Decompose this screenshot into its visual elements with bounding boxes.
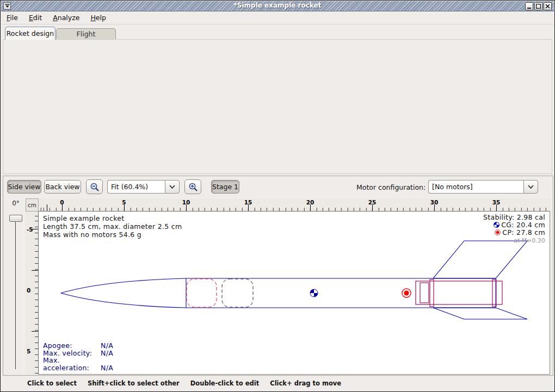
hint-double-click: Double-click to edit bbox=[190, 379, 259, 387]
close-icon bbox=[545, 4, 550, 9]
maximize-button[interactable] bbox=[534, 2, 542, 10]
ruler-unit-box: cm bbox=[26, 198, 39, 211]
rocket-info-block: Simple example rocket Length 37.5 cm, ma… bbox=[43, 214, 182, 239]
minimize-button[interactable] bbox=[525, 2, 533, 10]
rocket-dimensions: Length 37.5 cm, max. diameter 2.5 cm bbox=[43, 222, 182, 231]
max-velocity-row: Max. velocity:N/A bbox=[43, 350, 113, 357]
close-button[interactable] bbox=[544, 2, 552, 10]
parachute-outline bbox=[187, 279, 217, 307]
status-bar: Click to select Shift+click to select ot… bbox=[1, 376, 554, 391]
zoom-out-button[interactable] bbox=[86, 179, 103, 194]
hint-shift-click: Shift+click to select other bbox=[88, 379, 180, 387]
minimize-icon bbox=[527, 4, 532, 9]
back-view-button[interactable]: Back view bbox=[44, 180, 81, 194]
tab-flight-simulations[interactable]: Flight simulations bbox=[56, 28, 116, 40]
ruler-tick-label: 0 bbox=[27, 287, 30, 294]
max-acceleration-row: Max. acceleration:N/A bbox=[43, 357, 113, 371]
menu-bar: File Edit Analyze Help bbox=[1, 11, 554, 24]
bottom-fin bbox=[433, 308, 527, 319]
zoom-select[interactable]: Fit (60.4%) bbox=[107, 180, 180, 194]
ruler-tick-label: 0 bbox=[60, 199, 64, 206]
flight-data-block: Apogee:N/A Max. velocity:N/A Max. accele… bbox=[43, 342, 113, 371]
motor-configuration-arrow[interactable] bbox=[523, 180, 538, 194]
zoom-select-arrow[interactable] bbox=[165, 180, 180, 194]
zoom-select-value: Fit (60.4%) bbox=[107, 180, 165, 194]
menu-analyze[interactable]: Analyze bbox=[53, 14, 79, 22]
slider-handle[interactable] bbox=[9, 215, 22, 222]
stage-1-button[interactable]: Stage 1 bbox=[211, 180, 239, 194]
horizontal-ruler: 0 5 10 15 20 25 30 35 bbox=[39, 198, 550, 211]
centering-ring-outline bbox=[430, 279, 434, 307]
hint-click-select: Click to select bbox=[27, 379, 77, 387]
menu-edit[interactable]: Edit bbox=[29, 14, 42, 22]
menu-file[interactable]: File bbox=[7, 14, 18, 22]
ruler-tick-label: 35 bbox=[492, 199, 501, 206]
ruler-tick-label: 5 bbox=[27, 348, 30, 354]
magnifier-plus-icon bbox=[188, 182, 198, 192]
maximize-icon bbox=[536, 4, 541, 9]
apogee-row: Apogee:N/A bbox=[43, 342, 113, 350]
engine-block-outline bbox=[420, 283, 429, 303]
vertical-ruler: -5 0 5 bbox=[26, 211, 39, 375]
rocket-design-panel bbox=[3, 39, 552, 174]
menu-help[interactable]: Help bbox=[90, 14, 106, 22]
cp-icon bbox=[495, 229, 501, 235]
rocket-name: Simple example rocket bbox=[43, 214, 182, 222]
motor-configuration-select[interactable]: [No motors] bbox=[428, 180, 538, 194]
chevron-down-icon bbox=[169, 185, 175, 189]
ruler-tick-label: 5 bbox=[122, 199, 126, 206]
ruler-tick-label: 20 bbox=[306, 199, 314, 206]
motor-configuration-label: Motor configuration: bbox=[356, 183, 425, 191]
tab-rocket-design[interactable]: Rocket design bbox=[5, 27, 55, 40]
mach-note: at M=0.30 bbox=[483, 237, 545, 244]
stability-line: Stability: 2.98 cal bbox=[483, 214, 545, 221]
top-fin bbox=[433, 241, 527, 278]
zoom-in-button[interactable] bbox=[184, 179, 201, 194]
title-bar: *Simple example rocket bbox=[1, 1, 554, 11]
motor-configuration-value: [No motors] bbox=[428, 180, 523, 194]
ruler-tick-label: 30 bbox=[430, 199, 439, 206]
stability-block: Stability: 2.98 cal CG: 20.4 cm CP: 27.8… bbox=[483, 214, 545, 244]
chevron-down-icon bbox=[528, 185, 534, 189]
slider-track bbox=[15, 221, 16, 369]
motor-mount-outline bbox=[416, 279, 502, 307]
rocket-body-outline bbox=[61, 241, 527, 319]
app-window: *Simple example rocket File Edit Analyze… bbox=[0, 0, 555, 392]
magnifier-minus-icon bbox=[90, 182, 100, 192]
rocket-mass: Mass with no motors 54.6 g bbox=[43, 231, 182, 239]
rocket-drawing-canvas[interactable]: Simple example rocket Length 37.5 cm, ma… bbox=[39, 211, 550, 375]
window-title: *Simple example rocket bbox=[1, 2, 554, 9]
cp-marker bbox=[402, 289, 411, 297]
ruler-tick-label: 15 bbox=[244, 199, 252, 206]
cg-marker bbox=[310, 289, 318, 297]
ruler-tick-label: 25 bbox=[368, 199, 377, 206]
cg-icon bbox=[494, 222, 499, 228]
rotation-angle-label: 0° bbox=[6, 200, 26, 207]
ruler-tick-label: 10 bbox=[182, 199, 190, 206]
ruler-tick-label: -5 bbox=[27, 226, 33, 233]
side-view-button[interactable]: Side view bbox=[7, 180, 41, 194]
rotation-slider[interactable] bbox=[8, 214, 23, 374]
cp-line: CP: 27.8 cm bbox=[483, 229, 545, 237]
cg-line: CG: 20.4 cm bbox=[483, 221, 545, 229]
mass-component-outline bbox=[222, 279, 253, 307]
hint-click-drag: Click+ drag to move bbox=[270, 379, 341, 387]
